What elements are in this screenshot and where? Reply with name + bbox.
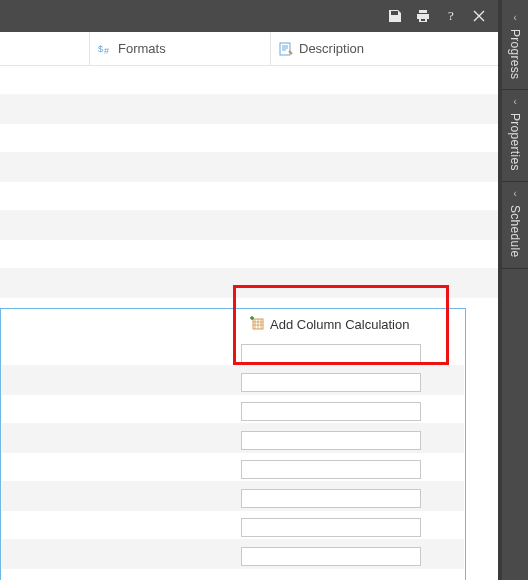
chevron-left-icon: ‹ [513, 96, 517, 107]
grid-row [0, 240, 498, 269]
rail-item-progress[interactable]: ‹ Progress [502, 6, 528, 89]
description-input[interactable] [241, 431, 421, 450]
print-icon [415, 8, 431, 24]
column-headers: $# Formats Description [0, 32, 498, 66]
main-panel: ? $# Formats Description [0, 0, 498, 580]
rail-item-properties[interactable]: ‹ Properties [502, 90, 528, 181]
rail-item-label: Progress [508, 29, 522, 79]
svg-rect-3 [280, 43, 290, 55]
grid-row [0, 211, 498, 240]
save-button[interactable] [382, 3, 408, 29]
rail-item-label: Properties [508, 113, 522, 171]
add-column-calc-icon [250, 316, 264, 333]
rail-separator [502, 268, 528, 269]
selection-panel: Add Column Calculation #,###.00 [0, 308, 466, 580]
grid-body: Add Column Calculation #,###.00 [0, 66, 498, 580]
description-input[interactable] [241, 402, 421, 421]
description-icon [279, 42, 293, 56]
description-input[interactable] [241, 489, 421, 508]
description-input[interactable] [241, 373, 421, 392]
header-description-label: Description [299, 41, 364, 56]
help-icon: ? [443, 8, 459, 24]
rail-item-schedule[interactable]: ‹ Schedule [502, 182, 528, 267]
description-inputs [241, 344, 421, 566]
close-button[interactable] [466, 3, 492, 29]
header-formats-label: Formats [118, 41, 166, 56]
formats-icon: $# [98, 42, 112, 56]
toolbar: ? [0, 0, 498, 32]
print-button[interactable] [410, 3, 436, 29]
grid-row [0, 95, 498, 124]
svg-text:#: # [104, 46, 109, 56]
rail-item-label: Schedule [508, 205, 522, 257]
svg-text:$: $ [98, 44, 103, 54]
add-column-calc-label: Add Column Calculation [270, 317, 409, 332]
grid-row [0, 269, 498, 298]
save-icon [387, 8, 403, 24]
grid-row [0, 124, 498, 153]
chevron-left-icon: ‹ [513, 188, 517, 199]
description-input[interactable] [241, 518, 421, 537]
help-button[interactable]: ? [438, 3, 464, 29]
add-column-calculation[interactable]: Add Column Calculation [250, 316, 409, 333]
header-formats[interactable]: $# Formats [89, 32, 270, 65]
side-rail: ‹ Progress ‹ Properties ‹ Schedule [502, 0, 528, 580]
grid-row [0, 153, 498, 182]
svg-text:?: ? [448, 8, 454, 23]
description-input[interactable] [241, 344, 421, 363]
description-input[interactable] [241, 547, 421, 566]
close-icon [471, 8, 487, 24]
header-description[interactable]: Description [270, 32, 498, 65]
grid-row [0, 66, 498, 95]
description-input[interactable] [241, 460, 421, 479]
chevron-left-icon: ‹ [513, 12, 517, 23]
grid-row [0, 182, 498, 211]
grid-row [2, 569, 464, 580]
